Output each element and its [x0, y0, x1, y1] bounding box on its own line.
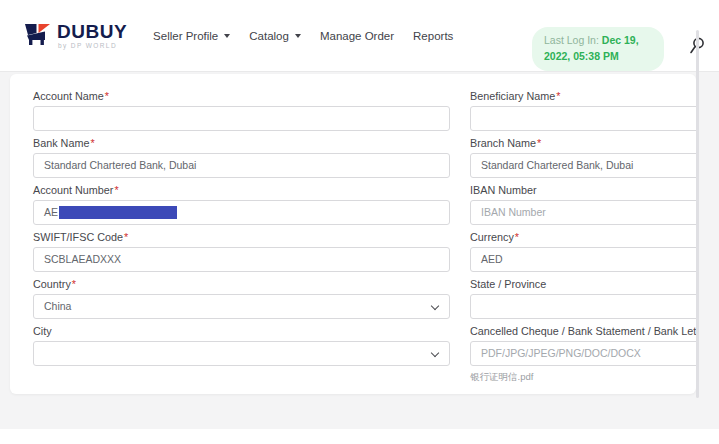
field-city: City	[33, 325, 450, 366]
bank-name-input[interactable]: Standard Chartered Bank, Dubai	[33, 153, 450, 178]
required-asterisk: *	[556, 90, 560, 102]
city-select[interactable]	[33, 341, 450, 366]
field-label: Country*	[33, 278, 450, 290]
logo-tagline: by DP WORLD	[58, 43, 127, 50]
field-label: Account Number*	[33, 184, 450, 196]
dubuy-cart-icon	[24, 23, 51, 47]
top-navbar: DUBUY by DP WORLD Seller ProfileCatalogM…	[0, 0, 719, 71]
dubuy-logo[interactable]: DUBUY by DP WORLD	[24, 22, 127, 50]
nav-item-catalog[interactable]: Catalog	[249, 30, 301, 42]
field-value: Standard Chartered Bank, Dubai	[481, 159, 633, 171]
iban-number-input[interactable]: IBAN Number	[470, 200, 696, 225]
chevron-down-icon	[224, 34, 230, 38]
field-bank-name: Bank Name*Standard Chartered Bank, Dubai	[33, 137, 450, 178]
branch-name-input[interactable]: Standard Chartered Bank, Dubai	[470, 153, 696, 178]
field-placeholder: IBAN Number	[481, 206, 546, 218]
scrollbar-thumb[interactable]	[696, 30, 699, 398]
field-label: Cancelled Cheque / Bank Statement / Bank…	[470, 325, 696, 337]
required-asterisk: *	[90, 137, 94, 149]
field-value: China	[44, 300, 71, 312]
form-column-right: Beneficiary Name*Branch Name*Standard Ch…	[470, 90, 696, 390]
field-label: Account Name*	[33, 90, 450, 102]
field-beneficiary-name: Beneficiary Name*	[470, 90, 696, 131]
form-column-left: Account Name*Bank Name*Standard Chartere…	[33, 90, 450, 390]
account-number-input[interactable]: AE	[33, 200, 450, 225]
field-account-number: Account Number*AE	[33, 184, 450, 225]
account-name-input[interactable]	[33, 106, 450, 131]
chevron-down-icon	[431, 349, 439, 357]
required-asterisk: *	[124, 231, 128, 243]
field-iban-number: IBAN NumberIBAN Number	[470, 184, 696, 225]
field-label: IBAN Number	[470, 184, 696, 196]
field-country: Country*China	[33, 278, 450, 319]
cancelled-cheque-bank-statement-bank-letter-input[interactable]: PDF/JPG/JPEG/PNG/DOC/DOCX	[470, 341, 696, 366]
field-label: Currency*	[470, 231, 696, 243]
nav-item-reports[interactable]: Reports	[413, 30, 453, 42]
field-account-name: Account Name*	[33, 90, 450, 131]
nav-item-label: Seller Profile	[153, 30, 218, 42]
nav-item-seller-profile[interactable]: Seller Profile	[153, 30, 230, 42]
field-label: Beneficiary Name*	[470, 90, 696, 102]
state-province-input[interactable]	[470, 294, 696, 319]
currency-input[interactable]: AED	[470, 247, 696, 272]
field-cancelled-cheque-bank-statement-bank-letter: Cancelled Cheque / Bank Statement / Bank…	[470, 325, 696, 384]
required-asterisk: *	[105, 90, 109, 102]
field-swift-ifsc-code: SWIFT/IFSC Code*SCBLAEADXXX	[33, 231, 450, 272]
field-currency: Currency*AED	[470, 231, 696, 272]
nav-item-label: Manage Order	[320, 30, 394, 42]
field-label: SWIFT/IFSC Code*	[33, 231, 450, 243]
uploaded-file-link[interactable]: 银行证明信.pdf	[470, 371, 696, 384]
field-state-province: State / Province	[470, 278, 696, 319]
required-asterisk: *	[537, 137, 541, 149]
beneficiary-name-input[interactable]	[470, 106, 696, 131]
nav-item-manage-order[interactable]: Manage Order	[320, 30, 394, 42]
field-label: State / Province	[470, 278, 696, 290]
field-label: Bank Name*	[33, 137, 450, 149]
chevron-down-icon	[295, 34, 301, 38]
field-value: AED	[481, 253, 503, 265]
last-login-label: Last Log In:	[544, 34, 602, 46]
account-number-prefix: AE	[44, 206, 58, 218]
main-nav: Seller ProfileCatalogManage OrderReports	[153, 30, 453, 42]
redacted-value-block	[59, 206, 177, 219]
field-branch-name: Branch Name*Standard Chartered Bank, Dub…	[470, 137, 696, 178]
field-label: Branch Name*	[470, 137, 696, 149]
nav-item-label: Catalog	[249, 30, 289, 42]
form-grid: Account Name*Bank Name*Standard Chartere…	[33, 90, 696, 390]
last-login-badge: Last Log In: Dec 19, 2022, 05:38 PM	[532, 27, 664, 71]
required-asterisk: *	[515, 231, 519, 243]
required-asterisk: *	[114, 184, 118, 196]
nav-item-label: Reports	[413, 30, 453, 42]
field-label: City	[33, 325, 450, 337]
chevron-down-icon	[431, 302, 439, 310]
required-asterisk: *	[72, 278, 76, 290]
bank-details-card: Account Name*Bank Name*Standard Chartere…	[10, 74, 696, 394]
field-value: Standard Chartered Bank, Dubai	[44, 159, 196, 171]
field-placeholder: PDF/JPG/JPEG/PNG/DOC/DOCX	[481, 347, 641, 359]
field-value: SCBLAEADXXX	[44, 253, 121, 265]
logo-name: DUBUY	[57, 22, 127, 41]
country-select[interactable]: China	[33, 294, 450, 319]
swift-ifsc-code-input[interactable]: SCBLAEADXXX	[33, 247, 450, 272]
